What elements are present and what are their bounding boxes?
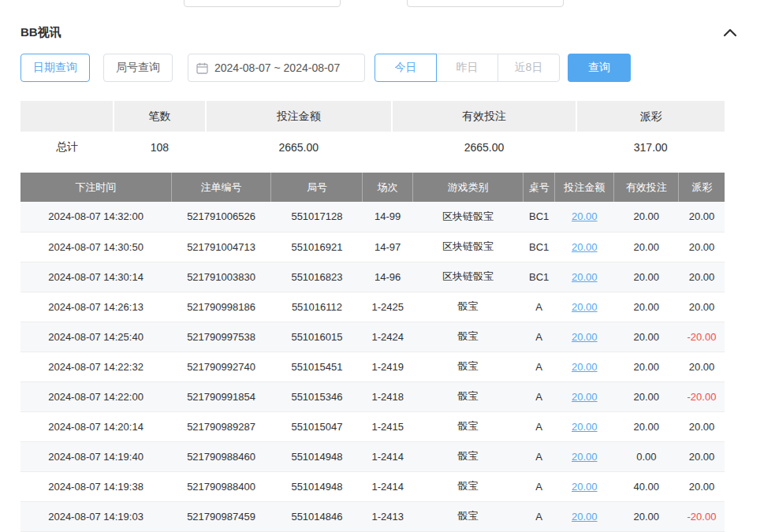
table-row: 2024-08-07 14:30:50 521791004713 5510169… [20, 232, 725, 262]
summary-total-label: 总计 [20, 132, 114, 162]
bet-amount-link[interactable]: 20.00 [572, 511, 598, 523]
game-type-cell: 骰宝 [412, 322, 523, 352]
game-type-cell: 骰宝 [412, 381, 523, 411]
quick-range-group: 今日 昨日 近8日 [375, 54, 560, 82]
bet-amount-cell: 20.00 [555, 202, 614, 232]
table-no-cell: A [524, 471, 555, 501]
bet-amount-link[interactable]: 20.00 [572, 271, 598, 283]
table-no-cell: BC1 [524, 202, 555, 232]
valid-bet-cell: 20.00 [614, 322, 679, 352]
bet-time-cell: 2024-08-07 14:32:00 [20, 202, 171, 232]
payout-cell: 20.00 [679, 292, 725, 322]
table-row: 2024-08-07 14:32:00 521791006526 5510171… [20, 202, 725, 232]
quick-range-last8days-button[interactable]: 近8日 [498, 54, 560, 82]
bet-amount-cell: 20.00 [555, 322, 614, 352]
table-no-cell: A [524, 352, 555, 381]
valid-bet-cell: 20.00 [614, 292, 679, 322]
order-no-cell: 521790998186 [171, 292, 271, 322]
date-query-tab-button[interactable]: 日期查询 [20, 54, 90, 82]
round-no-cell: 551015047 [271, 411, 363, 441]
bet-amount-link[interactable]: 20.00 [572, 331, 598, 343]
session-cell: 14-96 [363, 262, 412, 292]
bet-amount-link[interactable]: 20.00 [572, 421, 598, 433]
valid-bet-cell: 20.00 [614, 352, 679, 381]
game-type-cell: 骰宝 [412, 352, 523, 381]
round-no-cell: 551015346 [271, 381, 363, 411]
game-type-cell: 骰宝 [412, 501, 523, 531]
table-row: 2024-08-07 14:19:38 521790988400 5510149… [20, 471, 725, 501]
summary-total-valid-bet: 2665.00 [392, 132, 577, 162]
bet-amount-cell: 20.00 [555, 471, 614, 501]
valid-bet-cell: 0.00 [614, 441, 679, 471]
bet-time-cell: 2024-08-07 14:22:00 [20, 381, 171, 411]
valid-bet-cell: 20.00 [614, 262, 679, 292]
round-query-tab-button[interactable]: 局号查询 [103, 54, 173, 82]
payout-cell: 20.00 [679, 232, 725, 262]
bet-amount-cell: 20.00 [555, 352, 614, 381]
table-no-cell: BC1 [524, 262, 555, 292]
order-no-cell: 521791003830 [171, 262, 271, 292]
table-no-cell: A [524, 322, 555, 352]
table-row: 2024-08-07 14:20:14 521790989287 5510150… [20, 411, 725, 441]
session-cell: 1-2415 [363, 411, 412, 441]
bet-amount-cell: 20.00 [555, 381, 614, 411]
bet-amount-link[interactable]: 20.00 [572, 210, 598, 222]
bet-amount-link[interactable]: 20.00 [572, 241, 598, 253]
session-cell: 1-2413 [363, 501, 412, 531]
cut-off-input-left[interactable] [184, 0, 341, 7]
game-type-cell: 区块链骰宝 [412, 262, 523, 292]
bet-amount-cell: 20.00 [555, 292, 614, 322]
summary-header-valid-bet: 有效投注 [392, 101, 577, 132]
round-no-cell: 551014846 [271, 501, 363, 531]
records-table: 下注时间 注单编号 局号 场次 游戏类别 桌号 投注金额 有效投注 派彩 202… [20, 173, 725, 532]
header-valid-bet: 有效投注 [614, 173, 679, 202]
payout-cell: 20.00 [679, 411, 725, 441]
bet-time-cell: 2024-08-07 14:26:13 [20, 292, 171, 322]
bet-amount-link[interactable]: 20.00 [572, 361, 598, 373]
section-header: BB视讯 [20, 24, 744, 41]
date-range-input[interactable]: 2024-08-07 ~ 2024-08-07 [188, 54, 365, 82]
payout-cell: 20.00 [679, 352, 725, 381]
valid-bet-cell: 40.00 [614, 471, 679, 501]
session-cell: 1-2424 [363, 322, 412, 352]
search-button[interactable]: 查询 [568, 54, 631, 82]
summary-table: 笔数 投注金额 有效投注 派彩 总计 108 2665.00 2665.00 3… [20, 101, 725, 162]
session-cell: 1-2418 [363, 381, 412, 411]
valid-bet-cell: 20.00 [614, 501, 679, 531]
bet-amount-cell: 20.00 [555, 232, 614, 262]
bet-amount-link[interactable]: 20.00 [572, 451, 598, 463]
order-no-cell: 521790988400 [171, 471, 271, 501]
bet-time-cell: 2024-08-07 14:30:14 [20, 262, 171, 292]
round-no-cell: 551016823 [271, 262, 363, 292]
game-type-cell: 骰宝 [412, 411, 523, 441]
order-no-cell: 521790988460 [171, 441, 271, 471]
bb-video-section: BB视讯 日期查询 局号查询 2024-08-07 ~ 2024-08-07 今… [0, 0, 764, 532]
cut-off-input-right[interactable] [407, 0, 564, 7]
bet-time-cell: 2024-08-07 14:22:32 [20, 352, 171, 381]
order-no-cell: 521790991854 [171, 381, 271, 411]
header-session: 场次 [363, 173, 412, 202]
bet-amount-link[interactable]: 20.00 [572, 391, 598, 403]
table-no-cell: BC1 [524, 232, 555, 262]
bet-amount-link[interactable]: 20.00 [572, 481, 598, 493]
summary-header-row: 笔数 投注金额 有效投注 派彩 [20, 101, 725, 132]
payout-cell: -20.00 [679, 381, 725, 411]
valid-bet-cell: 20.00 [614, 381, 679, 411]
table-no-cell: A [524, 501, 555, 531]
payout-cell: -20.00 [679, 501, 725, 531]
bet-time-cell: 2024-08-07 14:19:38 [20, 471, 171, 501]
table-row: 2024-08-07 14:19:03 521790987459 5510148… [20, 501, 725, 531]
quick-range-today-button[interactable]: 今日 [375, 54, 437, 82]
payout-cell: 20.00 [679, 202, 725, 232]
game-type-cell: 区块链骰宝 [412, 232, 523, 262]
order-no-cell: 521790987459 [171, 501, 271, 531]
collapse-chevron-up-icon[interactable] [723, 28, 737, 37]
round-no-cell: 551016112 [271, 292, 363, 322]
bet-amount-link[interactable]: 20.00 [572, 301, 598, 313]
table-row: 2024-08-07 14:19:40 521790988460 5510149… [20, 441, 725, 471]
header-payout: 派彩 [679, 173, 725, 202]
table-no-cell: A [524, 411, 555, 441]
header-round-no: 局号 [271, 173, 363, 202]
quick-range-yesterday-button[interactable]: 昨日 [436, 54, 498, 82]
round-no-cell: 551016921 [271, 232, 363, 262]
